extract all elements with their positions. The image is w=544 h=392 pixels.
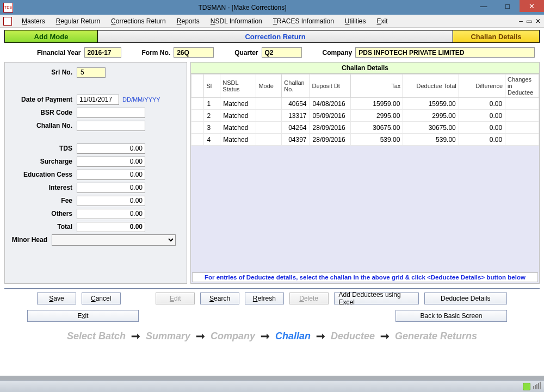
table-row[interactable]: 1Matched4065404/08/201615959.0015959.000… bbox=[191, 98, 539, 110]
table-row[interactable]: 3Matched0426428/09/201630675.0030675.000… bbox=[191, 122, 539, 134]
challan-grid-panel: Challan Details Sl NSDL Status Mode Chal… bbox=[190, 62, 540, 284]
grid-header-row: Sl NSDL Status Mode Challan No. Deposit … bbox=[191, 74, 539, 98]
total-label: Total bbox=[10, 223, 77, 231]
col-challan-no[interactable]: Challan No. bbox=[282, 74, 310, 98]
challan-no-input[interactable] bbox=[77, 121, 145, 131]
menu-utilities[interactable]: Utilities bbox=[339, 16, 372, 27]
mdi-restore-button[interactable]: ▭ bbox=[526, 17, 532, 25]
date-of-payment-input[interactable] bbox=[77, 95, 119, 105]
save-button[interactable]: Save bbox=[37, 293, 76, 304]
company-value: PDS INFOTECH PRIVATE LIMITED bbox=[355, 47, 535, 58]
date-of-payment-label: Date of Payment bbox=[10, 96, 77, 103]
menu-masters[interactable]: Masters bbox=[16, 16, 51, 27]
quarter-value: Q2 bbox=[262, 47, 302, 58]
col-nsdl-status[interactable]: NSDL Status bbox=[220, 74, 256, 98]
col-difference[interactable]: Difference bbox=[459, 74, 505, 98]
window-minimize-button[interactable]: — bbox=[472, 0, 496, 12]
financial-year-label: Financial Year bbox=[37, 49, 81, 57]
signal-bars-icon bbox=[533, 382, 541, 391]
bsr-code-label: BSR Code bbox=[10, 109, 77, 116]
form-icon bbox=[3, 17, 12, 26]
app-icon: TDS bbox=[3, 3, 13, 13]
main-area: Add Mode Correction Return Challan Detai… bbox=[0, 28, 544, 376]
financial-year-value: 2016-17 bbox=[84, 47, 121, 58]
srl-no-input[interactable] bbox=[77, 67, 106, 78]
wizard-step-challan: Challan bbox=[275, 331, 311, 342]
edit-button[interactable]: Edit bbox=[156, 293, 195, 304]
arrow-icon: ➞ bbox=[196, 329, 205, 343]
mode-bar: Add Mode Correction Return Challan Detai… bbox=[4, 30, 540, 43]
cancel-button[interactable]: Cancel bbox=[82, 293, 121, 304]
window-close-button[interactable]: ✕ bbox=[520, 0, 544, 12]
mdi-minimize-button[interactable]: – bbox=[519, 17, 523, 25]
challan-grid[interactable]: Sl NSDL Status Mode Challan No. Deposit … bbox=[191, 74, 539, 146]
wizard-step-company: Company bbox=[211, 331, 255, 342]
col-deposit-dt[interactable]: Deposit Dt bbox=[310, 74, 351, 98]
tds-label: TDS bbox=[10, 145, 77, 152]
window-maximize-button[interactable]: □ bbox=[496, 0, 520, 12]
window-title: TDSMAN - [Make Corrections] bbox=[13, 4, 472, 11]
arrow-icon: ➞ bbox=[131, 329, 140, 343]
menu-regular-return[interactable]: Regular Return bbox=[51, 16, 106, 27]
menu-exit[interactable]: Exit bbox=[372, 16, 393, 27]
education-cess-label: Education Cess bbox=[10, 171, 77, 178]
window-titlebar: TDS TDSMAN - [Make Corrections] — □ ✕ bbox=[0, 0, 544, 15]
add-deductees-excel-button[interactable]: Add Deductees using Excel bbox=[334, 293, 419, 304]
col-sl[interactable]: Sl bbox=[204, 74, 220, 98]
challan-grid-title: Challan Details bbox=[191, 63, 539, 74]
form-no-label: Form No. bbox=[142, 49, 171, 57]
delete-button[interactable]: Delete bbox=[289, 293, 329, 304]
table-row[interactable]: 4Matched0439728/09/2016539.00539.000.00 bbox=[191, 134, 539, 146]
exit-button[interactable]: Exit bbox=[27, 310, 139, 322]
others-label: Others bbox=[10, 210, 77, 217]
fee-label: Fee bbox=[10, 197, 77, 204]
menu-bar: Masters Regular Return Corrections Retur… bbox=[0, 15, 544, 28]
col-changes-deductee[interactable]: Changes in Deductee bbox=[505, 74, 539, 98]
surcharge-input[interactable] bbox=[77, 157, 145, 167]
grid-hint-text: For entries of Deductee details, select … bbox=[192, 272, 538, 282]
nav-buttons-row: Exit Back to Basic Screen bbox=[4, 304, 540, 326]
menu-traces-info[interactable]: TRACES Information bbox=[268, 16, 339, 27]
arrow-icon: ➞ bbox=[261, 329, 270, 343]
others-input[interactable] bbox=[77, 209, 145, 219]
challan-no-label: Challan No. bbox=[10, 122, 77, 129]
action-buttons-row: Save Cancel Edit Search Refresh Delete A… bbox=[4, 293, 540, 304]
arrow-icon: ➞ bbox=[380, 329, 390, 343]
deductee-details-button[interactable]: Deductee Details bbox=[424, 293, 507, 304]
challan-form-panel: Srl No. Date of Payment DD/MM/YYYY BSR C… bbox=[4, 62, 187, 284]
refresh-button[interactable]: Refresh bbox=[245, 293, 284, 304]
total-input bbox=[77, 222, 145, 232]
table-row[interactable]: 2Matched1331705/09/20162995.002995.000.0… bbox=[191, 110, 539, 122]
company-label: Company bbox=[323, 49, 353, 57]
interest-label: Interest bbox=[10, 184, 77, 191]
mode-challan-details[interactable]: Challan Details bbox=[453, 30, 539, 42]
arrow-icon: ➞ bbox=[316, 329, 325, 343]
col-mode[interactable]: Mode bbox=[256, 74, 282, 98]
minor-head-select[interactable] bbox=[52, 234, 176, 246]
mode-add[interactable]: Add Mode bbox=[5, 30, 97, 42]
mdi-close-button[interactable]: ✕ bbox=[535, 17, 541, 25]
wizard-step-deductee: Deductee bbox=[331, 331, 375, 342]
surcharge-label: Surcharge bbox=[10, 158, 77, 165]
fee-input[interactable] bbox=[77, 196, 145, 206]
interest-input[interactable] bbox=[77, 183, 145, 193]
menu-corrections-return[interactable]: Corrections Return bbox=[106, 16, 171, 27]
srl-no-label: Srl No. bbox=[10, 69, 77, 76]
tds-input[interactable] bbox=[77, 144, 145, 154]
bsr-code-input[interactable] bbox=[77, 108, 145, 118]
col-deductee-total[interactable]: Deductee Total bbox=[403, 74, 459, 98]
col-tax[interactable]: Tax bbox=[351, 74, 403, 98]
minor-head-label: Minor Head bbox=[10, 236, 52, 244]
back-to-basic-button[interactable]: Back to Basic Screen bbox=[395, 310, 507, 322]
search-button[interactable]: Search bbox=[200, 293, 239, 304]
filter-row: Financial Year 2016-17 Form No. 26Q Quar… bbox=[4, 43, 540, 61]
status-indicator-icon bbox=[523, 383, 530, 390]
mode-correction-return[interactable]: Correction Return bbox=[98, 30, 453, 42]
wizard-step-summary: Summary bbox=[146, 331, 190, 342]
status-bar bbox=[0, 380, 544, 392]
education-cess-input[interactable] bbox=[77, 170, 145, 180]
date-format-hint: DD/MM/YYYY bbox=[122, 96, 160, 103]
form-no-value: 26Q bbox=[174, 47, 214, 58]
menu-reports[interactable]: Reports bbox=[171, 16, 205, 27]
menu-nsdl-info[interactable]: NSDL Information bbox=[205, 16, 268, 27]
